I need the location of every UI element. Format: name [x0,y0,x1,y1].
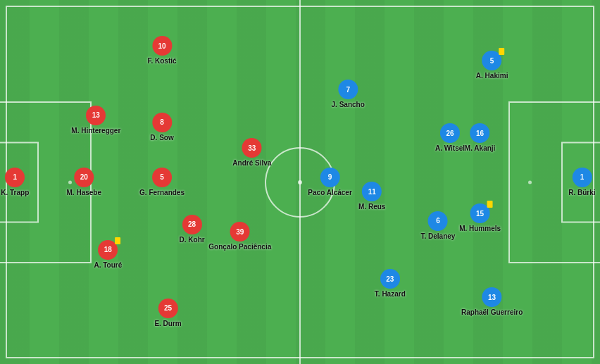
player-name-burki: R. Bürki [568,189,595,197]
player-hakimi[interactable]: 5A. Hakimi [476,51,508,80]
player-toure[interactable]: 18A. Touré [94,240,122,270]
player-number-kostic: 10 [152,36,172,56]
player-name-hummels: M. Hummels [459,225,501,233]
player-name-witsel: A. Witsel [435,144,465,153]
player-number-hakimi: 5 [482,51,502,70]
player-name-durm: E. Durm [154,320,181,328]
player-number-burki: 1 [572,168,592,187]
player-kohr[interactable]: 28D. Kohr [180,215,205,244]
player-name-kohr: D. Kohr [180,236,205,244]
player-burki[interactable]: 1R. Bürki [568,168,595,197]
yellow-card-hummels [487,201,493,208]
player-name-sow: D. Sow [150,134,173,142]
player-reus[interactable]: 11M. Reus [358,182,385,211]
player-name-hinteregger: M. Hinteregger [71,127,120,135]
yellow-card-hakimi [499,48,505,55]
player-name-alcacer: Paco Alcácer [308,189,351,197]
football-pitch: 1K. Trapp20M. Hasebe13M. Hinteregger18A.… [0,0,600,364]
player-witsel[interactable]: 26A. Witsel [435,123,465,153]
player-number-hummels: 15 [470,203,490,223]
player-number-hinteregger: 13 [86,106,106,125]
player-andsilva[interactable]: 33André Silva [232,138,271,168]
player-name-toure: A. Touré [94,261,122,270]
player-hinteregger[interactable]: 13M. Hinteregger [71,106,120,135]
player-kostic[interactable]: 10F. Kostić [147,36,176,65]
player-name-trapp: K. Trapp [1,189,29,197]
player-number-sancho: 7 [338,80,358,99]
player-number-durm: 25 [158,299,178,318]
player-sancho[interactable]: 7J. Sancho [332,80,365,109]
player-number-akanji: 16 [470,123,490,143]
player-number-alcacer: 9 [320,168,340,187]
player-number-delaney: 6 [428,211,448,231]
player-number-gfernandes: 5 [152,168,172,187]
player-name-hasebe: M. Hasebe [67,189,101,197]
player-hasebe[interactable]: 20M. Hasebe [67,168,101,197]
player-name-reus: M. Reus [358,203,385,211]
player-name-gfernandes: G. Fernandes [139,189,185,197]
player-number-trapp: 1 [5,168,25,187]
player-durm[interactable]: 25E. Durm [154,299,181,328]
player-name-andsilva: André Silva [232,159,271,168]
player-name-delaney: T. Delaney [420,232,455,241]
player-number-guerreiro: 13 [482,287,502,307]
player-name-kostic: F. Kostić [147,57,176,65]
player-name-hakimi: A. Hakimi [476,72,508,80]
player-name-akanji: M. Akanji [465,144,496,153]
player-gfernandes[interactable]: 5G. Fernandes [139,168,185,197]
player-trapp[interactable]: 1K. Trapp [1,168,29,197]
player-guerreiro[interactable]: 13Raphaël Guerreiro [461,287,523,317]
player-number-toure: 18 [98,240,118,260]
player-goncalo[interactable]: 39Gonçalo Paciência [208,222,271,251]
player-hazard[interactable]: 23T. Hazard [375,269,406,299]
player-sow[interactable]: 8D. Sow [150,113,173,142]
player-number-sow: 8 [152,113,172,132]
player-name-hazard: T. Hazard [375,290,406,299]
player-number-hasebe: 20 [74,168,94,187]
player-number-kohr: 28 [182,215,202,234]
player-number-reus: 11 [362,182,382,201]
player-name-guerreiro: Raphaël Guerreiro [461,308,523,317]
player-delaney[interactable]: 6T. Delaney [420,211,455,241]
player-name-sancho: J. Sancho [332,101,365,109]
penalty-dot-right [528,180,532,184]
player-hummels[interactable]: 15M. Hummels [459,203,501,233]
player-alcacer[interactable]: 9Paco Alcácer [308,168,351,197]
player-number-goncalo: 39 [230,222,250,241]
player-name-goncalo: Gonçalo Paciência [208,243,271,251]
yellow-card-toure [115,237,120,244]
player-number-witsel: 26 [440,123,460,143]
player-akanji[interactable]: 16M. Akanji [465,123,496,153]
player-number-andsilva: 33 [242,138,262,158]
player-number-hazard: 23 [380,269,400,289]
center-dot [298,180,302,184]
